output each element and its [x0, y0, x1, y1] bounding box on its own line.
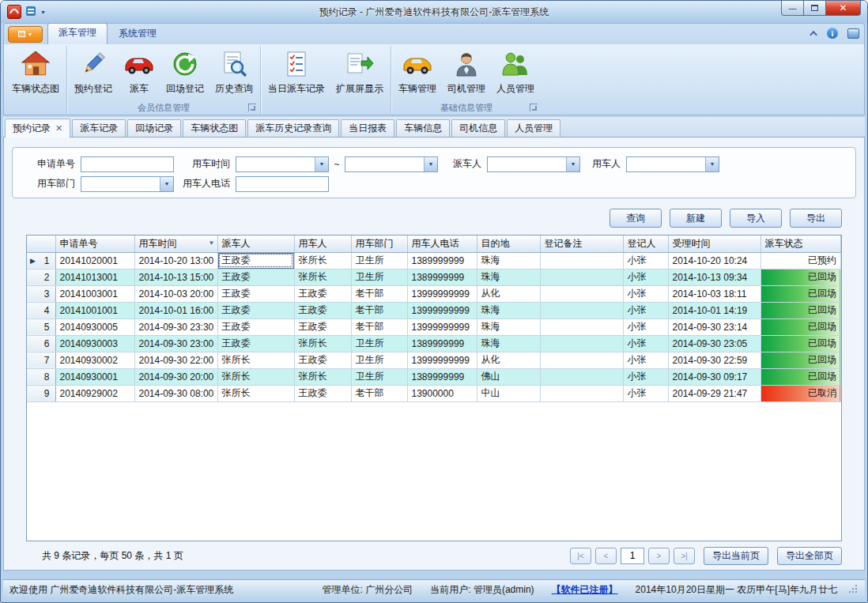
tab-reservation-records[interactable]: 预约记录✕ [5, 119, 70, 138]
export-current-page-button[interactable]: 导出当前页 [704, 547, 768, 565]
data-cell[interactable]: 1389999999 [407, 269, 477, 285]
data-cell[interactable]: 珠海 [477, 269, 540, 285]
data-cell[interactable]: 王政委 [294, 318, 351, 335]
app-logo-icon[interactable] [7, 5, 21, 19]
data-cell[interactable]: 卫生所 [351, 269, 407, 285]
data-cell[interactable]: 老干部 [351, 318, 407, 335]
data-cell[interactable]: 2014-09-30 09:17 [668, 368, 760, 385]
export-button[interactable]: 导出 [790, 209, 842, 228]
last-page-button[interactable]: >| [674, 548, 695, 564]
data-cell[interactable]: 张所长 [294, 335, 351, 352]
data-cell[interactable]: 珠海 [477, 302, 540, 318]
data-cell[interactable]: 王政委 [217, 285, 294, 302]
department-combo[interactable]: ▼ [81, 176, 174, 192]
quick-access-dropdown-icon[interactable]: ▼ [40, 9, 46, 15]
data-cell[interactable]: 2014-10-20 10:24 [668, 252, 760, 269]
tab-return-records[interactable]: 回场记录 [127, 119, 181, 137]
data-cell[interactable] [540, 385, 623, 401]
extended-screen-button[interactable]: 扩展屏显示 [331, 46, 388, 100]
data-cell[interactable]: 张所长 [217, 352, 294, 368]
data-cell[interactable]: 1389999999 [407, 335, 477, 352]
data-cell[interactable] [540, 318, 623, 335]
data-cell[interactable]: 20141020001 [55, 252, 134, 269]
application-menu-button[interactable]: ▼ [8, 26, 43, 43]
table-row[interactable]: ▶5 20140930005 2014-09-30 23:30 王政委 王政委 … [27, 318, 841, 335]
info-icon[interactable]: i [827, 28, 838, 39]
data-cell[interactable]: 2014-09-30 23:30 [134, 318, 217, 335]
data-cell[interactable]: 王政委 [294, 352, 351, 368]
data-cell[interactable]: 20140930005 [55, 318, 134, 335]
data-cell[interactable]: 13999999999 [407, 302, 477, 318]
data-cell[interactable]: 2014-09-30 20:00 [134, 368, 217, 385]
data-cell[interactable]: 珠海 [477, 318, 540, 335]
data-cell[interactable]: 2014-09-30 22:00 [134, 352, 217, 368]
data-cell[interactable]: 卫生所 [351, 352, 407, 368]
data-cell[interactable]: 张所长 [294, 269, 351, 285]
status-cell[interactable]: 已预约 [760, 252, 841, 269]
data-cell[interactable]: 20141001001 [55, 302, 134, 318]
data-cell[interactable]: 佛山 [477, 368, 540, 385]
data-cell[interactable]: 张所长 [294, 368, 351, 385]
data-cell[interactable]: 小张 [623, 302, 668, 318]
tab-vehicle-info[interactable]: 车辆信息 [396, 119, 450, 137]
status-cell[interactable]: 已取消 [760, 385, 841, 401]
table-row[interactable]: ▶6 20140930003 2014-09-30 23:00 王政委 张所长 … [27, 335, 841, 352]
data-cell[interactable]: 2014-10-13 09:34 [668, 269, 760, 285]
data-cell[interactable]: 20140930002 [55, 352, 134, 368]
column-header-department[interactable]: 用车部门 [351, 236, 407, 252]
skin-icon[interactable] [847, 28, 859, 39]
today-dispatch-records-button[interactable]: 当日派车记录 [263, 46, 330, 100]
data-cell[interactable]: 王政委 [217, 318, 294, 335]
data-cell[interactable]: 小张 [623, 352, 668, 368]
row-header-cell[interactable]: ▶7 [27, 352, 55, 368]
column-header-accept-time[interactable]: 受理时间 [668, 236, 760, 252]
table-row[interactable]: ▶2 20141013001 2014-10-13 15:00 王政委 张所长 … [27, 269, 841, 285]
ribbon-tab-system-management[interactable]: 系统管理 [108, 24, 168, 44]
row-header-cell[interactable]: ▶2 [27, 269, 55, 285]
data-cell[interactable]: 2014-10-20 13:00 [134, 252, 217, 269]
data-cell[interactable]: 2014-09-30 22:59 [668, 352, 760, 368]
data-cell[interactable]: 从化 [477, 285, 540, 302]
column-header-user[interactable]: 用车人 [294, 236, 351, 252]
data-cell[interactable]: 王政委 [217, 269, 294, 285]
resize-grip-icon[interactable] [848, 584, 859, 597]
user-combo[interactable]: ▼ [626, 156, 719, 172]
table-row[interactable]: ▶4 20141001001 2014-10-01 16:00 王政委 王政委 … [27, 302, 841, 318]
data-cell[interactable] [540, 335, 623, 352]
data-cell[interactable]: 小张 [623, 318, 668, 335]
data-cell[interactable]: 1389999999 [407, 252, 477, 269]
history-query-button[interactable]: 历史查询 [210, 46, 258, 100]
column-header-dispatcher[interactable]: 派车人 [217, 236, 294, 252]
title-bar[interactable]: ▼ 预约记录 - 广州爱奇迪软件科技有限公司-派车管理系统 — ✕ [1, 1, 867, 23]
driver-management-button[interactable]: 司机管理 [443, 46, 490, 100]
request-no-input[interactable] [81, 156, 174, 172]
import-button[interactable]: 导入 [730, 209, 782, 228]
data-cell[interactable]: 卫生所 [351, 335, 407, 352]
data-cell[interactable]: 20140930003 [55, 335, 134, 352]
license-status-link[interactable]: 【软件已注册】 [552, 583, 618, 597]
collapse-ribbon-icon[interactable] [810, 30, 817, 38]
reservation-register-button[interactable]: 预约登记 [70, 46, 117, 100]
quick-access-grid-icon[interactable] [25, 6, 36, 19]
data-cell[interactable]: 13999999999 [407, 285, 477, 302]
next-page-button[interactable]: > [648, 548, 670, 564]
data-cell[interactable]: 张所长 [217, 368, 294, 385]
tab-dispatch-history-query[interactable]: 派车历史记录查询 [247, 119, 339, 137]
data-cell[interactable]: 2014-09-30 23:05 [668, 335, 760, 352]
column-header-status[interactable]: 派车状态 [760, 236, 841, 252]
data-cell[interactable]: 小张 [623, 252, 668, 269]
row-header-cell[interactable]: ▶6 [27, 335, 55, 352]
data-cell[interactable]: 2014-09-29 21:47 [668, 385, 760, 401]
row-header-cell[interactable]: ▶1 [27, 252, 55, 269]
status-cell[interactable]: 已回场 [760, 285, 841, 302]
row-header-cell[interactable]: ▶5 [27, 318, 55, 335]
data-cell[interactable]: 从化 [477, 352, 540, 368]
data-cell[interactable]: 卫生所 [351, 252, 407, 269]
first-page-button[interactable]: |< [570, 548, 591, 564]
data-cell[interactable]: 20140930001 [55, 368, 134, 385]
status-cell[interactable]: 已回场 [760, 302, 841, 318]
column-header-use-time[interactable]: 用车时间▼ [134, 236, 217, 252]
chevron-down-icon[interactable]: ▼ [566, 157, 579, 171]
export-all-pages-button[interactable]: 导出全部页 [777, 547, 842, 565]
data-cell[interactable]: 20140929002 [55, 385, 134, 401]
